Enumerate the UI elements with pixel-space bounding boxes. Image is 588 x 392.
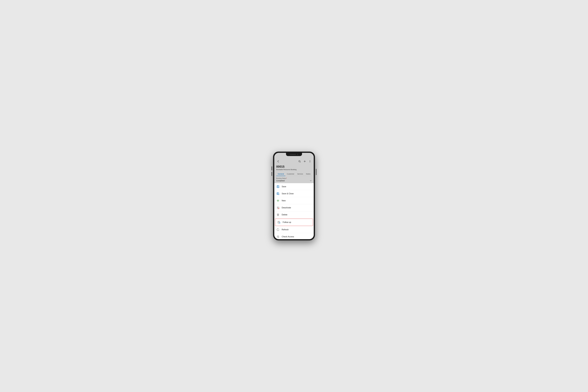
menu-item-save-close[interactable]: Save & Close (274, 190, 314, 197)
tab-service[interactable]: Service (296, 172, 305, 176)
save-close-icon (276, 192, 280, 196)
phone-notch (286, 153, 302, 156)
delete-label: Delete (282, 214, 287, 216)
menu-list: Save Save & Close (274, 183, 314, 239)
record-type: Bookable Resource Booking (276, 168, 312, 172)
svg-rect-5 (277, 186, 278, 186)
svg-rect-9 (277, 192, 278, 193)
new-icon (276, 199, 280, 202)
svg-point-0 (299, 160, 300, 162)
phone-frame: 00015 Bookable Resource Booking General … (273, 152, 315, 240)
power-button (316, 169, 316, 175)
app-header: 00015 Bookable Resource Booking General … (274, 153, 314, 183)
refresh-label: Refresh (282, 228, 289, 231)
tab-general[interactable]: General (276, 172, 285, 176)
refresh-icon (276, 228, 280, 232)
chevron-down-icon (310, 180, 312, 182)
svg-point-2 (310, 161, 310, 162)
tab-customer[interactable]: Customer (285, 172, 296, 176)
menu-item-save[interactable]: Save (274, 183, 314, 190)
svg-point-11 (278, 194, 279, 195)
deactivate-label: Deactivate (282, 206, 291, 209)
speaker (290, 154, 296, 155)
phone-screen: 00015 Bookable Resource Booking General … (274, 153, 314, 239)
check-access-label: Check Access (282, 236, 294, 238)
tabs-row: General Customer Service Notes (276, 172, 312, 176)
svg-rect-6 (277, 187, 279, 188)
required-indicator: * (286, 178, 287, 179)
back-button[interactable] (276, 160, 280, 163)
svg-point-1 (310, 160, 310, 161)
new-label: New (282, 200, 286, 202)
volume-down-button (272, 172, 272, 176)
booking-status-label: Booking Status* (276, 178, 312, 179)
header-toolbar (276, 160, 312, 164)
save-close-label: Save & Close (282, 192, 294, 195)
menu-item-refresh[interactable]: Refresh (274, 226, 314, 233)
save-label: Save (282, 186, 286, 188)
svg-point-3 (310, 162, 310, 162)
front-camera (297, 154, 298, 155)
checkaccess-icon (276, 235, 280, 238)
follow-up-label: Follow up (283, 221, 291, 224)
search-button[interactable] (298, 160, 301, 163)
tab-notes[interactable]: Notes (304, 172, 312, 176)
save-icon (276, 185, 280, 188)
volume-up-button (272, 166, 272, 170)
followup-icon (277, 220, 281, 224)
menu-item-delete[interactable]: Delete (274, 211, 314, 218)
add-button[interactable] (303, 160, 307, 163)
menu-item-follow-up[interactable]: Follow up (275, 218, 313, 226)
menu-item-check-access[interactable]: Check Access (274, 233, 314, 239)
booking-status-dropdown[interactable]: Completed (276, 180, 312, 182)
menu-item-deactivate[interactable]: Deactivate (274, 204, 314, 211)
record-id: 00015 (276, 164, 312, 168)
delete-icon (276, 213, 280, 216)
deactivate-icon (276, 206, 280, 210)
more-button[interactable] (308, 160, 312, 163)
booking-status-section: Booking Status* Completed (276, 176, 312, 183)
app-screen: 00015 Bookable Resource Booking General … (274, 153, 314, 239)
header-actions (298, 160, 312, 163)
menu-item-new[interactable]: New (274, 197, 314, 204)
